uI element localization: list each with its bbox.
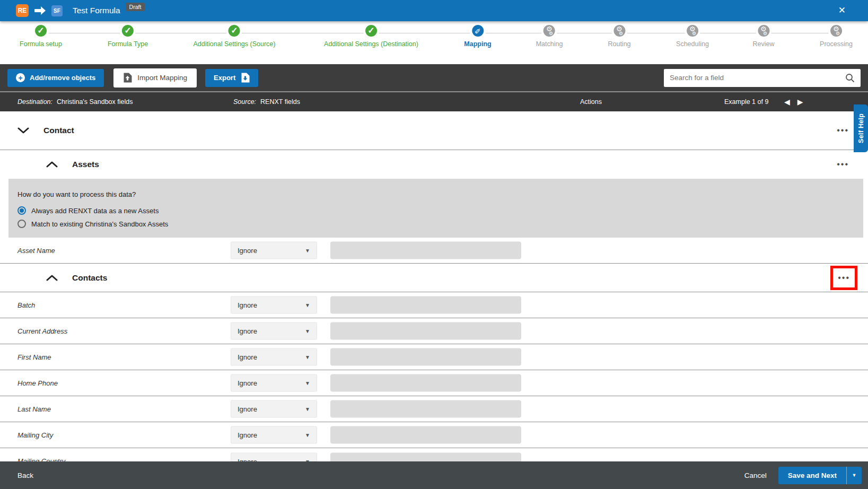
step-circle[interactable]: ⚙⚙ [685, 23, 700, 39]
radio-selected-icon[interactable] [17, 206, 26, 215]
step-additional-settings-source[interactable]: ✓ Additional Settings (Source) [194, 23, 276, 48]
chevron-up-icon[interactable] [46, 275, 58, 281]
field-label: Asset Name [17, 247, 55, 255]
step-review[interactable]: ⚙⚙ Review [753, 23, 775, 48]
step-label: Matching [536, 40, 563, 48]
field-row-last-name: Last Name Ignore ▼ [0, 396, 868, 422]
self-help-tab[interactable]: Self Help [854, 104, 868, 152]
action-select[interactable]: Ignore ▼ [231, 242, 317, 259]
section-row-contact: Contact ••• [0, 111, 868, 150]
export-button[interactable]: Export [205, 69, 258, 87]
step-circle[interactable]: ✓ [120, 23, 136, 39]
step-routing[interactable]: ⚙⚙ Routing [608, 23, 630, 48]
source-group: Source: RENXT fields [233, 98, 300, 106]
contacts-more-options-button[interactable]: ••• [838, 274, 850, 282]
section-row-contacts: Contacts ••• [0, 264, 868, 292]
action-select[interactable]: Ignore ▼ [231, 452, 317, 461]
step-mapping[interactable]: ✎ Mapping [464, 23, 491, 48]
search-icon[interactable] [845, 73, 855, 83]
check-icon: ✓ [37, 27, 44, 35]
step-label: Formula Type [108, 40, 148, 48]
chevron-down-icon: ▼ [305, 302, 310, 308]
process-question: How do you want to process this data? [17, 190, 863, 198]
export-file-icon [241, 73, 250, 83]
section-title-contact: Contact [43, 126, 74, 135]
step-circle[interactable]: ✓ [226, 23, 242, 39]
import-file-icon [123, 73, 132, 83]
step-circle[interactable]: ⚙⚙ [611, 23, 627, 39]
chevron-down-icon: ▼ [305, 380, 310, 386]
cancel-button[interactable]: Cancel [744, 471, 767, 479]
process-options-panel: How do you want to process this data? Al… [8, 179, 863, 238]
assets-more-options-button[interactable]: ••• [837, 160, 849, 169]
close-button[interactable]: ✕ [838, 5, 846, 16]
step-formula-setup[interactable]: ✓ Formula setup [20, 23, 62, 48]
step-label: Additional Settings (Source) [194, 40, 276, 48]
action-select[interactable]: Ignore ▼ [231, 296, 317, 314]
chevron-down-icon: ▼ [305, 354, 310, 360]
source-label: Source: [233, 98, 256, 106]
step-circle[interactable]: ✎ [470, 23, 486, 39]
step-label: Scheduling [676, 40, 709, 48]
step-circle[interactable]: ⚙⚙ [541, 23, 557, 39]
step-matching[interactable]: ⚙⚙ Matching [536, 23, 563, 48]
prev-example-button[interactable]: ◀ [783, 98, 792, 106]
destination-group: Destination: Christina's Sandbox fields [17, 98, 133, 106]
step-circle[interactable]: ✓ [363, 23, 379, 39]
value-input-disabled [330, 322, 521, 340]
next-example-button[interactable]: ▶ [796, 98, 805, 106]
step-circle[interactable]: ⚙⚙ [756, 23, 771, 39]
value-input-disabled [330, 452, 521, 461]
check-icon: ✓ [124, 27, 131, 35]
add-remove-objects-button[interactable]: + Add/remove objects [7, 69, 104, 87]
plus-icon: + [16, 73, 25, 82]
mapping-content: Contact ••• Assets ••• How do you want t… [0, 111, 868, 461]
chevron-down-icon: ▼ [852, 473, 857, 478]
import-mapping-label: Import Mapping [137, 74, 187, 82]
step-label: Mapping [464, 40, 491, 48]
action-select[interactable]: Ignore ▼ [231, 374, 317, 392]
save-split-button: Save and Next ▼ [778, 467, 862, 484]
field-row-first-name: First Name Ignore ▼ [0, 344, 868, 370]
field-search-input[interactable] [670, 74, 845, 82]
gears-icon: ⚙⚙ [543, 25, 555, 37]
action-select[interactable]: Ignore ▼ [231, 400, 317, 418]
import-mapping-button[interactable]: Import Mapping [113, 68, 197, 88]
radio-add-new[interactable]: Always add RENXT data as a new Assets [17, 206, 863, 215]
step-circle[interactable]: ⚙⚙ [828, 23, 844, 39]
action-select[interactable]: Ignore ▼ [231, 426, 317, 444]
field-label: Mailing City [17, 431, 53, 439]
value-input-disabled [330, 348, 521, 366]
radio-match-existing[interactable]: Match to existing Christina's Sandbox As… [17, 220, 863, 228]
check-icon: ✓ [367, 27, 374, 35]
save-menu-toggle[interactable]: ▼ [846, 467, 862, 484]
formula-title: Test Formula [73, 6, 120, 15]
chevron-down-icon[interactable] [17, 127, 29, 134]
field-row-home-phone: Home Phone Ignore ▼ [0, 370, 868, 396]
mapping-toolbar: + Add/remove objects Import Mapping Expo… [0, 64, 868, 91]
back-button[interactable]: Back [17, 471, 33, 479]
step-circle[interactable]: ✓ [33, 23, 49, 39]
step-label: Routing [608, 40, 630, 48]
chevron-up-icon[interactable] [46, 161, 58, 168]
chevron-down-icon: ▼ [305, 432, 310, 438]
radio-unselected-icon[interactable] [17, 220, 26, 228]
highlight-box: ••• [830, 266, 857, 290]
field-row-current-address: Current Address Ignore ▼ [0, 318, 868, 344]
more-icon: ••• [837, 160, 849, 169]
action-select[interactable]: Ignore ▼ [231, 348, 317, 366]
field-label: Last Name [17, 405, 51, 413]
value-input-disabled [330, 400, 521, 418]
step-additional-settings-destination[interactable]: ✓ Additional Settings (Destination) [324, 23, 418, 48]
action-select[interactable]: Ignore ▼ [231, 322, 317, 340]
section-title-contacts: Contacts [72, 273, 107, 283]
step-scheduling[interactable]: ⚙⚙ Scheduling [676, 23, 709, 48]
step-formula-type[interactable]: ✓ Formula Type [108, 23, 148, 48]
save-and-next-button[interactable]: Save and Next [778, 467, 846, 484]
footer-bar: Back Cancel Save and Next ▼ [0, 461, 868, 489]
gears-icon: ⚙⚙ [830, 25, 842, 37]
contact-more-options-button[interactable]: ••• [837, 126, 849, 135]
field-label: Mailing Country [17, 457, 65, 461]
step-processing[interactable]: ⚙⚙ Processing [820, 23, 853, 48]
close-icon: ✕ [838, 5, 846, 15]
